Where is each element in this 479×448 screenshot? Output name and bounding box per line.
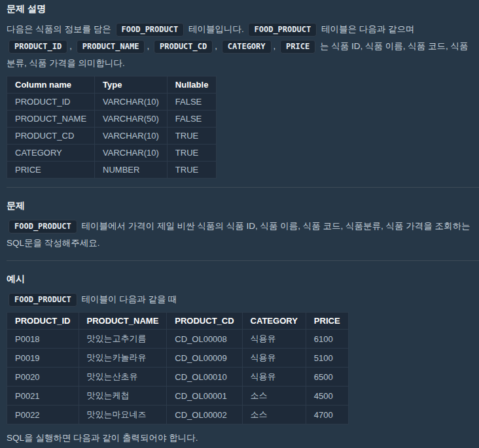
schema-table: Column nameTypeNullablePRODUCT_IDVARCHAR… <box>7 76 217 179</box>
inline-code: FOOD_PRODUCT <box>9 220 77 233</box>
inline-code: CATEGORY <box>222 40 272 54</box>
table-cell: 소스 <box>242 387 306 405</box>
table-cell: 식용유 <box>242 349 306 368</box>
table-cell: 5100 <box>306 349 348 368</box>
column-header: Type <box>95 77 168 94</box>
table-row: CATEGORYVARCHAR(10)TRUE <box>7 145 217 162</box>
table-cell: VARCHAR(50) <box>95 111 168 128</box>
table-cell: PRODUCT_CD <box>7 128 95 145</box>
table-cell: 4700 <box>306 405 348 424</box>
table-cell: FALSE <box>167 94 217 111</box>
table-row: P0022맛있는마요네즈CD_OL00002소스4700 <box>7 405 349 424</box>
table-row: P0021맛있는케첩CD_OL00001소스4500 <box>7 387 349 405</box>
example-output-intro: SQL을 실행하면 다음과 같이 출력되어야 합니다. <box>7 430 472 447</box>
inline-code: FOOD_PRODUCT <box>9 293 77 307</box>
table-cell: 6100 <box>306 330 348 349</box>
table-cell: 식용유 <box>242 368 306 387</box>
table-cell: 4500 <box>306 387 348 405</box>
section-divider <box>7 187 479 188</box>
column-header: CATEGORY <box>242 313 306 330</box>
inline-code: PRODUCT_CD <box>154 40 213 54</box>
table-cell: 맛있는산초유 <box>79 368 167 387</box>
table-cell: CD_OL00001 <box>167 387 242 405</box>
table-cell: P0018 <box>7 330 79 349</box>
table-cell: PRODUCT_ID <box>7 94 95 111</box>
inline-code: FOOD_PRODUCT <box>248 23 317 37</box>
inline-code: PRICE <box>280 40 315 54</box>
table-cell: PRICE <box>7 162 95 179</box>
table-cell: P0021 <box>7 387 79 405</box>
section-title-problem: 문제 <box>7 200 472 211</box>
table-cell: PRODUCT_NAME <box>7 111 95 128</box>
problem-paragraph: FOOD_PRODUCT 테이블에서 가격이 제일 비싼 식품의 식품 ID, … <box>7 218 472 252</box>
table-cell: VARCHAR(10) <box>95 145 168 162</box>
table-row: PRODUCT_NAMEVARCHAR(50)FALSE <box>7 111 217 128</box>
column-header: Column name <box>7 77 95 94</box>
column-header: PRICE <box>306 313 348 330</box>
inline-code: FOOD_PRODUCT <box>116 23 185 37</box>
table-cell: TRUE <box>167 145 217 162</box>
table-cell: CD_OL00008 <box>167 330 242 349</box>
table-cell: FALSE <box>167 111 217 128</box>
table-cell: 6500 <box>306 368 348 387</box>
description-paragraph: 다음은 식품의 정보를 담은 FOOD_PRODUCT 테이블입니다. FOOD… <box>7 21 472 72</box>
table-cell: 맛있는카놀라유 <box>79 349 167 368</box>
table-cell: CD_OL00009 <box>167 349 242 368</box>
table-cell: P0022 <box>7 405 79 424</box>
table-cell: 소스 <box>242 405 306 424</box>
problem-description-panel: 문제 설명 다음은 식품의 정보를 담은 FOOD_PRODUCT 테이블입니다… <box>7 3 472 448</box>
table-cell: TRUE <box>167 128 217 145</box>
table-cell: P0019 <box>7 349 79 368</box>
table-row: PRODUCT_IDVARCHAR(10)FALSE <box>7 94 217 111</box>
table-cell: NUMBER <box>95 162 168 179</box>
table-cell: 맛있는케첩 <box>79 387 167 405</box>
column-header: PRODUCT_NAME <box>79 313 167 330</box>
table-row: P0018맛있는고추기름CD_OL00008식용유6100 <box>7 330 349 349</box>
section-divider <box>7 260 479 261</box>
example-input-table: PRODUCT_IDPRODUCT_NAMEPRODUCT_CDCATEGORY… <box>7 312 349 424</box>
table-row: PRODUCT_CDVARCHAR(10)TRUE <box>7 128 217 145</box>
table-cell: CD_OL00010 <box>167 368 242 387</box>
inline-code: PRODUCT_NAME <box>77 40 145 54</box>
table-cell: P0020 <box>7 368 79 387</box>
table-row: P0020맛있는산초유CD_OL00010식용유6500 <box>7 368 349 387</box>
table-cell: 식용유 <box>242 330 306 349</box>
table-row: PRICENUMBERTRUE <box>7 162 217 179</box>
table-cell: CD_OL00002 <box>167 405 242 424</box>
table-cell: CATEGORY <box>7 145 95 162</box>
column-header: Nullable <box>167 77 217 94</box>
column-header: PRODUCT_CD <box>167 313 242 330</box>
table-cell: TRUE <box>167 162 217 179</box>
section-title-example: 예시 <box>7 273 472 284</box>
example-intro-paragraph: FOOD_PRODUCT 테이블이 다음과 같을 때 <box>7 291 472 308</box>
inline-code: PRODUCT_ID <box>9 40 67 54</box>
table-cell: VARCHAR(10) <box>95 94 168 111</box>
table-header-row: Column nameTypeNullable <box>7 77 217 94</box>
table-header-row: PRODUCT_IDPRODUCT_NAMEPRODUCT_CDCATEGORY… <box>7 313 349 330</box>
table-cell: 맛있는마요네즈 <box>79 405 167 424</box>
table-cell: VARCHAR(10) <box>95 128 168 145</box>
section-title-problem-description: 문제 설명 <box>7 3 472 14</box>
table-cell: 맛있는고추기름 <box>79 330 167 349</box>
column-header: PRODUCT_ID <box>7 313 79 330</box>
table-row: P0019맛있는카놀라유CD_OL00009식용유5100 <box>7 349 349 368</box>
